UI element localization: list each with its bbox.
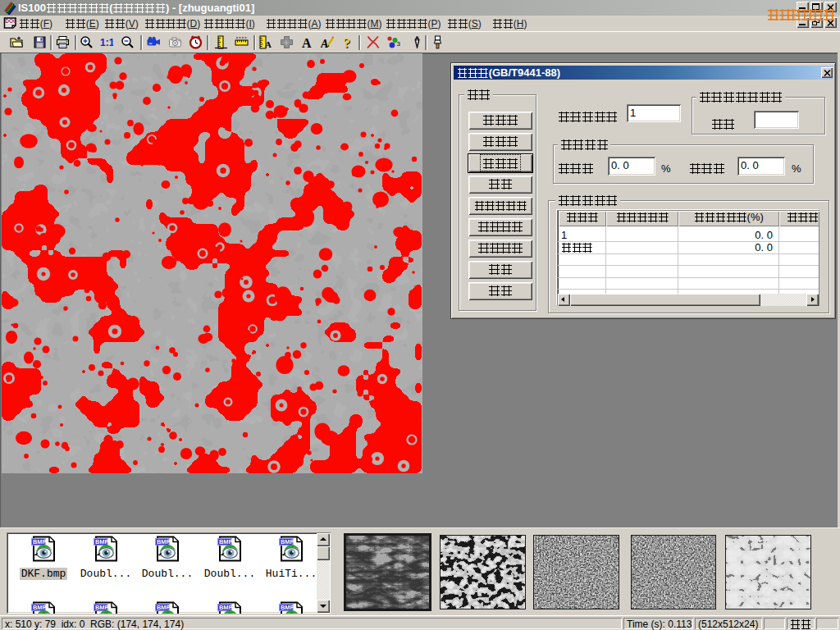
- svg-text:BMP: BMP: [157, 538, 170, 546]
- svg-text:A: A: [265, 39, 272, 49]
- svg-text:A: A: [302, 36, 312, 49]
- svg-text:BMP: BMP: [219, 538, 232, 546]
- svg-text:DOC: DOC: [5, 18, 16, 24]
- svg-text:BMP: BMP: [95, 538, 108, 546]
- svg-text:BMP: BMP: [33, 604, 46, 611]
- svg-text:BMP: BMP: [95, 604, 108, 611]
- svg-text:?: ?: [344, 35, 351, 49]
- svg-text:BMP: BMP: [281, 604, 294, 611]
- svg-text:BMP: BMP: [157, 604, 170, 611]
- svg-text:BMP: BMP: [33, 538, 46, 546]
- svg-text:A: A: [321, 38, 328, 49]
- svg-text:BMP: BMP: [219, 604, 232, 611]
- svg-text:1:1: 1:1: [100, 37, 113, 48]
- svg-text:BMP: BMP: [281, 538, 294, 546]
- svg-text:3: 3: [397, 40, 401, 48]
